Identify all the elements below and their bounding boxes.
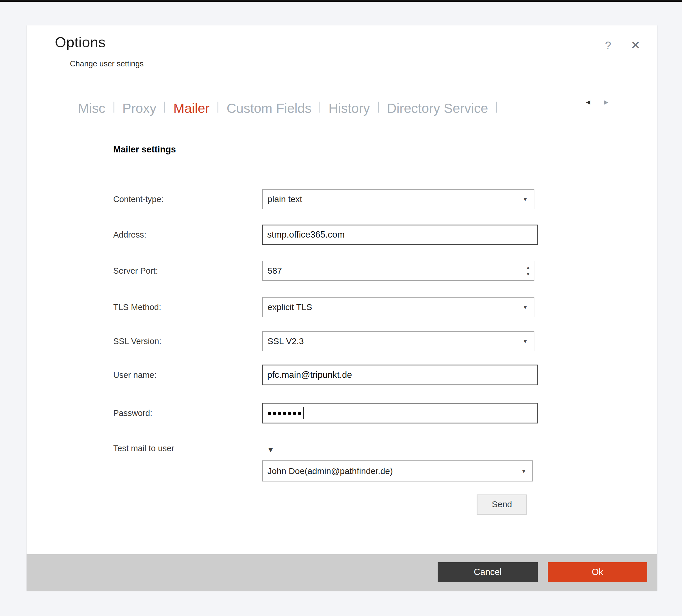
dialog-title: Options [55, 34, 106, 51]
address-label: Address: [113, 224, 249, 245]
ssl-version-label: SSL Version: [113, 331, 249, 351]
password-label: Password: [113, 403, 249, 424]
user-name-input[interactable] [267, 370, 533, 380]
spin-up-icon[interactable]: ▲ [526, 265, 530, 270]
content-type-label: Content-type: [113, 189, 249, 209]
send-button[interactable]: Send [477, 495, 527, 515]
options-dialog: Options Change user settings ? ✕ Misc Pr… [27, 25, 657, 591]
server-port-input[interactable]: 587 ▲ ▼ [262, 261, 535, 281]
user-name-label: User name: [113, 364, 249, 385]
ssl-version-value: SSL V2.3 [268, 336, 522, 346]
cancel-button[interactable]: Cancel [438, 562, 538, 582]
tab-separator [218, 102, 219, 113]
address-input-wrap [262, 224, 538, 245]
tab-separator [496, 102, 497, 113]
password-masked-value: ●●●●●●● [267, 409, 302, 418]
server-port-label: Server Port: [113, 261, 249, 281]
tab-history[interactable]: History [328, 100, 370, 116]
tab-bar: Misc Proxy Mailer Custom Fields History … [78, 97, 497, 119]
address-input[interactable] [267, 230, 533, 240]
dialog-subtitle: Change user settings [70, 60, 143, 68]
tab-scroll-right-icon[interactable]: ► [603, 98, 610, 106]
test-mail-label: Test mail to user [113, 441, 249, 455]
spin-down-icon[interactable]: ▼ [526, 272, 530, 277]
chevron-down-icon: ▼ [522, 338, 528, 344]
content-type-value: plain text [268, 194, 522, 204]
close-icon[interactable]: ✕ [627, 37, 644, 54]
test-mail-recipient-value: John Doe(admin@pathfinder.de) [268, 466, 521, 476]
chevron-down-icon: ▼ [522, 304, 528, 310]
chevron-down-icon: ▼ [521, 468, 527, 474]
tab-directory-service[interactable]: Directory Service [387, 100, 488, 116]
help-icon[interactable]: ? [600, 37, 616, 54]
tab-scroll-left-icon[interactable]: ◄ [585, 98, 592, 106]
top-border [0, 0, 682, 2]
tab-separator [319, 102, 320, 113]
tab-proxy[interactable]: Proxy [122, 100, 157, 116]
ok-button[interactable]: Ok [548, 562, 647, 582]
tab-misc[interactable]: Misc [78, 100, 106, 116]
tab-separator [114, 102, 114, 113]
password-input[interactable]: ●●●●●●● [262, 403, 538, 424]
screen: Options Change user settings ? ✕ Misc Pr… [0, 0, 682, 616]
chevron-down-icon: ▼ [522, 196, 528, 202]
section-heading: Mailer settings [113, 144, 176, 155]
tls-method-select[interactable]: explicit TLS ▼ [262, 297, 535, 317]
tab-separator [164, 102, 165, 113]
user-name-input-wrap [262, 364, 538, 385]
tab-custom-fields[interactable]: Custom Fields [226, 100, 311, 116]
text-cursor [303, 407, 303, 419]
tab-mailer[interactable]: Mailer [173, 100, 209, 116]
tls-method-value: explicit TLS [268, 302, 522, 312]
server-port-value: 587 [268, 266, 526, 276]
tls-method-label: TLS Method: [113, 297, 249, 317]
test-mail-recipient-select[interactable]: John Doe(admin@pathfinder.de) ▼ [262, 460, 533, 481]
test-mail-dropdown-icon[interactable]: ▼ [267, 445, 274, 454]
content-type-select[interactable]: plain text ▼ [262, 189, 535, 209]
tab-separator [378, 102, 379, 113]
ssl-version-select[interactable]: SSL V2.3 ▼ [262, 331, 535, 351]
